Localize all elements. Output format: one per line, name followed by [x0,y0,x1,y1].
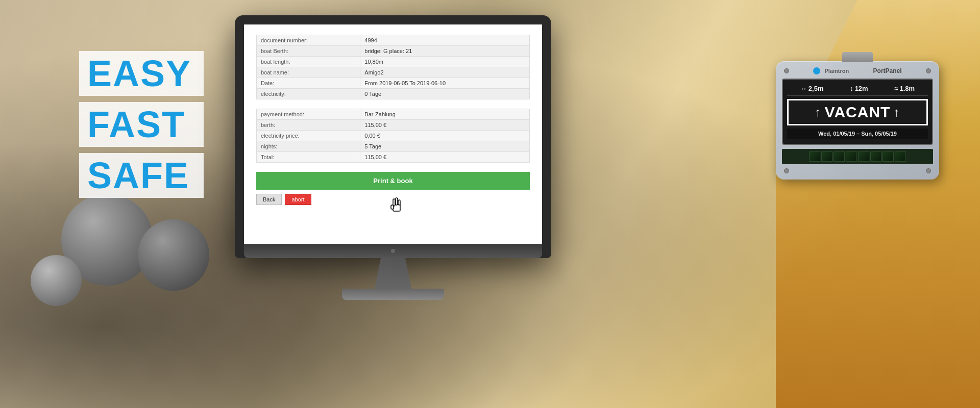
nights-value: 5 Tage [360,141,530,152]
monitor-screen: document number: 4994 boat Berth: bridge… [244,24,542,244]
berth-value: 115,00 € [360,120,530,131]
boat-berth-label: boat Berth: [257,46,360,57]
taglines-panel: EASY FAST SAFE [79,51,204,204]
dim-depth: ↕ 12m [850,85,868,92]
date-value: From 2019-06-05 To 2019-06-10 [360,78,530,89]
monitor-chin [244,244,542,258]
table-row: payment method: Bar-Zahlung [257,109,530,120]
solar-cell-5 [858,151,869,162]
boat-berth-value: bridge: G place: 21 [360,46,530,57]
electricity-price-value: 0,00 € [360,131,530,141]
back-button[interactable]: Back [256,194,282,205]
solar-cell-1 [809,151,820,162]
payment-method-label: payment method: [257,109,360,120]
table-row: nights: 5 Tage [257,141,530,152]
monitor-outer: document number: 4994 boat Berth: bridge… [235,15,551,258]
portpanel-header: Plaintron PortPanel [782,67,933,74]
solar-cell-6 [870,151,881,162]
depth-arrow-icon: ↕ [850,85,853,92]
print-book-button[interactable]: Print & book [256,172,530,190]
solar-cell-3 [834,151,845,162]
electricity-value: 0 Tage [360,89,530,99]
solar-cell-2 [821,151,832,162]
electricity-label: electricity: [257,89,360,99]
portpanel-screw-bottom-left [784,168,789,173]
monitor-stand-base [342,289,444,300]
monitor-chin-dot [391,249,395,253]
portpanel-bottom-screws [782,168,933,173]
portpanel-clip [842,52,873,62]
boat-name-value: Amigo2 [360,67,530,78]
portpanel-dates: Wed, 01/05/19 – Sun, 05/05/19 [787,129,928,139]
solar-cell-4 [846,151,857,162]
booking-details-table: document number: 4994 boat Berth: bridge… [256,35,530,99]
boat-length-value: 10,80m [360,57,530,67]
table-row: electricity price: 0,00 € [257,131,530,141]
tagline-fast: FAST [79,102,204,147]
doc-number-value: 4994 [360,35,530,46]
monitor: document number: 4994 boat Berth: bridge… [235,15,551,300]
portpanel-screw-right [926,68,931,73]
tagline-safe: SAFE [79,153,204,198]
width-arrow-icon: ↔ [800,85,807,92]
table-row: Total: 115,00 € [257,152,530,163]
sphere-decoration-3 [31,255,82,306]
solar-cell-7 [883,151,894,162]
portpanel-screw-left [784,68,789,73]
monitor-stand-neck [373,258,413,289]
bottom-actions: Back abort [256,194,530,205]
tagline-easy: EASY [79,51,204,96]
arrow-up-left-icon: ↑ [815,105,822,119]
table-row: electricity: 0 Tage [257,89,530,99]
table-row: boat name: Amigo2 [257,67,530,78]
date-label: Date: [257,78,360,89]
height-wave-icon: ≈ [894,85,898,92]
abort-button[interactable]: abort [285,194,311,205]
electricity-price-label: electricity price: [257,131,360,141]
portpanel-status-box: ↑ VACANT ↑ [787,99,928,125]
boat-length-label: boat length: [257,57,360,67]
portpanel-vacant-text: ↑ VACANT ↑ [791,104,924,121]
payment-method-value: Bar-Zahlung [360,109,530,120]
solar-cell-8 [895,151,906,162]
total-value: 115,00 € [360,152,530,163]
portpanel-device: Plaintron PortPanel ↔ 2,5m ↕ 12m ≈ 1.8m [776,61,939,180]
brand-dot [813,67,820,74]
dim-height: ≈ 1.8m [894,85,915,92]
payment-details-table: payment method: Bar-Zahlung berth: 115,0… [256,109,530,163]
boat-name-label: boat name: [257,67,360,78]
arrow-up-right-icon: ↑ [893,105,900,119]
table-row: document number: 4994 [257,35,530,46]
total-label: Total: [257,152,360,163]
table-row: boat length: 10,80m [257,57,530,67]
sphere-decoration-2 [138,219,209,291]
screen-content: document number: 4994 boat Berth: bridge… [244,24,542,215]
portpanel-brand: Plaintron [813,67,849,74]
portpanel-dimensions: ↔ 2,5m ↕ 12m ≈ 1.8m [787,85,928,96]
doc-number-label: document number: [257,35,360,46]
nights-label: nights: [257,141,360,152]
portpanel-screen: ↔ 2,5m ↕ 12m ≈ 1.8m ↑ VACANT ↑ [782,79,933,145]
portpanel-screw-bottom-right [926,168,931,173]
portpanel-device-wrap: Plaintron PortPanel ↔ 2,5m ↕ 12m ≈ 1.8m [776,61,939,180]
portpanel-solar-panel [782,149,933,164]
berth-label: berth: [257,120,360,131]
dim-width: ↔ 2,5m [800,85,824,92]
table-row: berth: 115,00 € [257,120,530,131]
table-row: Date: From 2019-06-05 To 2019-06-10 [257,78,530,89]
table-row: boat Berth: bridge: G place: 21 [257,46,530,57]
